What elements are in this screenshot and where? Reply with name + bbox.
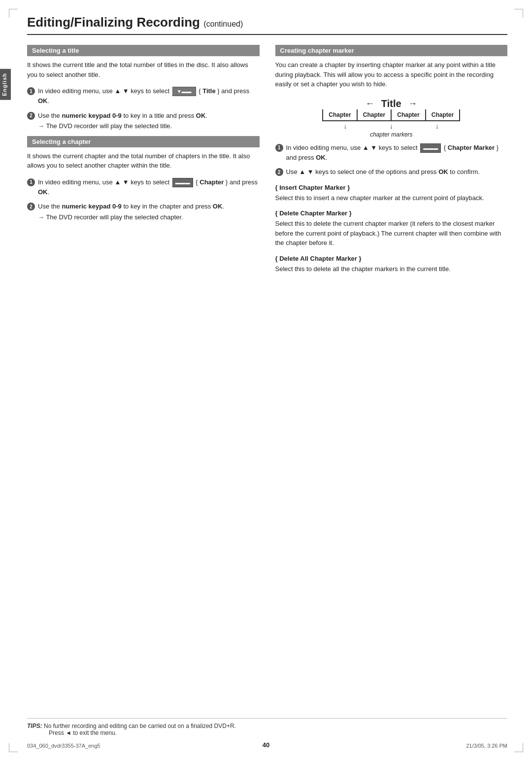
arrow-left-icon: ← — [366, 99, 374, 109]
step-1-cm-content: In video editing menu, use ▲ ▼ keys to s… — [286, 143, 508, 163]
tips-line1: No further recording and editing can be … — [44, 723, 236, 729]
step-cm-num-2: 2 — [275, 168, 283, 176]
page-title: Editing/Finalizing Recording (continued) — [27, 15, 507, 35]
creating-chapter-header: Creating chapter marker — [275, 45, 508, 56]
selecting-chapter-steps: 1 In video editing menu, use ▲ ▼ keys to… — [27, 177, 260, 222]
step-1-chapter: 1 In video editing menu, use ▲ ▼ keys to… — [27, 177, 260, 197]
title-arrow-row: ← Title → — [322, 98, 460, 109]
selecting-title-steps: 1 In video editing menu, use ▲ ▼ keys to… — [27, 86, 260, 131]
selecting-chapter-header: Selecting a chapter — [27, 136, 260, 147]
chapter-row: Chapter Chapter Chapter Chapter — [322, 109, 460, 121]
delete-all-chapter-heading: { Delete All Chapter Marker } — [275, 255, 508, 262]
chapter-down-2: ↓ — [390, 122, 393, 130]
insert-chapter-heading: { Insert Chapter Marker } — [275, 184, 508, 191]
corner-mark-tl — [9, 9, 18, 18]
delete-chapter-body: Select this to delete the current chapte… — [275, 219, 508, 248]
step-1-create-marker: 1 In video editing menu, use ▲ ▼ keys to… — [275, 143, 508, 163]
step-2-cm-content: Use ▲ ▼ keys to select one of the option… — [286, 167, 508, 177]
corner-mark-bl — [9, 743, 18, 752]
step-ch-num-2: 2 — [27, 203, 35, 210]
delete-all-chapter-body: Select this to delete all the chapter ma… — [275, 264, 508, 274]
step-num-2: 2 — [27, 112, 35, 120]
selecting-chapter-body: It shows the current chapter and the tot… — [27, 151, 260, 171]
step-2-chapter-note: The DVD recorder will play the selected … — [38, 212, 260, 222]
creating-chapter-steps: 1 In video editing menu, use ▲ ▼ keys to… — [275, 143, 508, 177]
chapter-cell-4: Chapter — [426, 109, 460, 120]
chapter-cell-1: Chapter — [323, 109, 358, 120]
chapter-down-arrows: ↓ ↓ ↓ — [322, 121, 460, 130]
col-right: Creating chapter marker You can create a… — [275, 45, 508, 278]
title-diagram: ← Title → Chapter Chapter Chapter Chapte… — [322, 98, 460, 138]
step-1-title: 1 In video editing menu, use ▲ ▼ keys to… — [27, 86, 260, 106]
chapter-cell-3: Chapter — [392, 109, 426, 120]
step-num-1: 1 — [27, 87, 35, 95]
step-1-title-content: In video editing menu, use ▲ ▼ keys to s… — [38, 86, 260, 106]
creating-chapter-body: You can create a chapter by inserting ch… — [275, 60, 508, 89]
chapter-markers-label: chapter markers — [322, 131, 460, 138]
step-ch-num-1: 1 — [27, 178, 35, 186]
step-2-chapter-content: Use the numeric keypad 0-9 to key in the… — [38, 202, 260, 222]
page-title-text: Editing/Finalizing Recording — [27, 15, 200, 30]
page-title-continued: (continued) — [203, 20, 243, 28]
page-number: 40 — [263, 741, 269, 749]
step-2-create-marker: 2 Use ▲ ▼ keys to select one of the opti… — [275, 167, 508, 177]
step-2-title-note: The DVD recorder will play the selected … — [38, 121, 260, 131]
insert-chapter-body: Select this to insert a new chapter mark… — [275, 193, 508, 203]
tips-section: TIPS: No further recording and editing c… — [27, 718, 507, 736]
footer-right: 21/3/05, 3:26 PM — [466, 743, 507, 749]
step-2-title: 2 Use the numeric keypad 0-9 to key in a… — [27, 111, 260, 131]
chapter-cell-2: Chapter — [358, 109, 392, 120]
footer-left: 034_060_dvdr3355-37A_eng5 — [27, 743, 100, 749]
chapter-marker-icon-btn: ▬▬▬ — [420, 143, 441, 153]
two-col-layout: Selecting a title It shows the current t… — [27, 45, 507, 278]
main-content: Editing/Finalizing Recording (continued)… — [27, 15, 507, 278]
diagram-title-label: Title — [376, 98, 406, 109]
corner-mark-br — [514, 743, 523, 752]
delete-chapter-heading: { Delete Chapter Marker } — [275, 209, 508, 217]
tips-label: TIPS: — [27, 723, 42, 729]
side-tab-english: English — [0, 69, 11, 100]
chapter-icon-btn: ▬▬▬ — [172, 178, 193, 187]
selecting-title-header: Selecting a title — [27, 45, 260, 56]
step-1-chapter-content: In video editing menu, use ▲ ▼ keys to s… — [38, 177, 260, 197]
step-2-title-content: Use the numeric keypad 0-9 to key in a t… — [38, 111, 260, 131]
arrow-right-icon: → — [408, 99, 417, 109]
selecting-title-body: It shows the current title and the total… — [27, 60, 260, 79]
step-2-chapter: 2 Use the numeric keypad 0-9 to key in t… — [27, 202, 260, 222]
title-icon-btn: ▼▬▬ — [172, 87, 196, 96]
chapter-down-3: ↓ — [435, 122, 439, 130]
step-cm-num-1: 1 — [275, 144, 283, 152]
tips-line2: Press ◄ to exit the menu. — [49, 729, 117, 736]
col-left: Selecting a title It shows the current t… — [27, 45, 260, 278]
corner-mark-tr — [514, 9, 523, 18]
chapter-down-1: ↓ — [343, 122, 347, 130]
